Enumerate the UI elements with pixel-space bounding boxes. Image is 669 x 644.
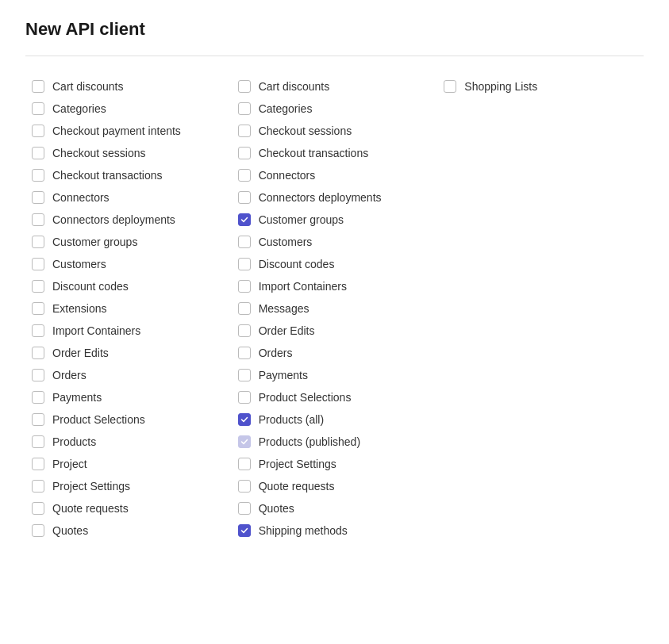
checkbox-label-c1_12: Import Containers: [52, 324, 140, 337]
checkbox-label-c1_19: Project Settings: [52, 480, 130, 493]
checkbox-c1_18[interactable]: [32, 458, 44, 470]
checkbox-c2_4[interactable]: [238, 147, 251, 159]
checkbox-row: Discount codes: [25, 275, 232, 297]
checkbox-c2_19[interactable]: [238, 480, 251, 493]
checkbox-row: Orders: [232, 342, 438, 364]
checkbox-row: Payments: [232, 364, 438, 386]
checkbox-c1_7[interactable]: [32, 213, 44, 226]
checkbox-label-c1_17: Products: [52, 435, 96, 448]
checkbox-label-c1_2: Categories: [52, 102, 106, 115]
checkbox-row: Cart discounts: [25, 75, 232, 98]
checkbox-c2_1[interactable]: [238, 80, 251, 93]
checkbox-c1_1[interactable]: [32, 80, 44, 93]
checkbox-c2_11[interactable]: [238, 302, 251, 315]
checkbox-label-c1_16: Product Selections: [52, 413, 145, 426]
checkbox-c2_8[interactable]: [238, 236, 251, 248]
checkbox-row: Payments: [25, 386, 232, 408]
checkbox-c2_3[interactable]: [238, 125, 251, 137]
checkbox-c1_10[interactable]: [32, 280, 44, 293]
checkbox-c1_13[interactable]: [32, 347, 44, 359]
checkbox-row: Checkout payment intents: [25, 120, 232, 142]
checkbox-row: Discount codes: [232, 253, 438, 275]
checkbox-c2_5[interactable]: [238, 169, 251, 182]
checkbox-c1_6[interactable]: [32, 191, 44, 204]
checkbox-row: Connectors deployments: [232, 186, 438, 209]
checkbox-row: Project Settings: [232, 453, 438, 475]
checkbox-c1_3[interactable]: [32, 125, 44, 137]
checkbox-c2_21[interactable]: [238, 524, 251, 537]
checkbox-c2_12[interactable]: [238, 324, 251, 337]
checkbox-c2_2[interactable]: [238, 102, 251, 115]
checkbox-label-c1_15: Payments: [52, 391, 102, 404]
checkbox-label-c2_18: Project Settings: [259, 458, 336, 470]
checkbox-row: Checkout sessions: [232, 120, 438, 142]
checkbox-label-c1_1: Cart discounts: [52, 80, 123, 93]
checkbox-label-c2_21: Shipping methods: [259, 524, 348, 537]
checkbox-label-c2_3: Checkout sessions: [259, 125, 352, 137]
checkbox-row: Shipping methods: [232, 519, 438, 542]
divider: [25, 56, 644, 56]
checkbox-row: Project: [25, 453, 232, 475]
checkbox-row: Cart discounts: [232, 75, 438, 98]
checkbox-label-c1_6: Connectors: [52, 191, 110, 204]
checkbox-label-c2_9: Discount codes: [259, 258, 335, 270]
checkbox-row: Messages: [232, 297, 438, 320]
checkbox-c1_12[interactable]: [32, 324, 44, 337]
checkbox-c2_6[interactable]: [238, 191, 251, 204]
checkbox-c2_15[interactable]: [238, 391, 251, 404]
checkbox-c2_20[interactable]: [238, 502, 251, 515]
checkbox-row: Order Edits: [25, 342, 232, 364]
checkbox-c2_17[interactable]: [238, 435, 251, 448]
checkbox-c1_2[interactable]: [32, 102, 44, 115]
checkbox-label-c2_1: Cart discounts: [259, 80, 329, 93]
checkbox-label-c2_8: Customers: [259, 236, 313, 248]
checkbox-label-c2_13: Orders: [259, 347, 293, 359]
checkbox-c1_21[interactable]: [32, 524, 44, 537]
checkbox-label-c2_14: Payments: [259, 369, 308, 381]
checkbox-c2_16[interactable]: [238, 413, 251, 426]
checkbox-label-c2_7: Customer groups: [259, 213, 344, 226]
checkbox-label-c1_13: Order Edits: [52, 347, 109, 359]
checkbox-label-c2_15: Product Selections: [259, 391, 352, 404]
checkbox-label-c2_10: Import Containers: [259, 280, 347, 293]
checkbox-c1_17[interactable]: [32, 435, 44, 448]
checkbox-label-c1_9: Customers: [52, 258, 106, 270]
checkbox-row: Categories: [25, 98, 232, 120]
checkbox-c1_14[interactable]: [32, 369, 44, 381]
checkbox-row: Checkout sessions: [25, 142, 232, 164]
column-2: Cart discountsCategoriesCheckout session…: [232, 75, 438, 542]
checkbox-label-c2_20: Quotes: [259, 502, 294, 515]
checkbox-c1_20[interactable]: [32, 502, 44, 515]
checkbox-c2_9[interactable]: [238, 258, 251, 270]
checkbox-c1_8[interactable]: [32, 236, 44, 248]
checkbox-c2_10[interactable]: [238, 280, 251, 293]
checkbox-row: Quote requests: [25, 497, 232, 519]
column-3: Shopping Lists: [437, 75, 644, 542]
checkbox-c1_4[interactable]: [32, 147, 44, 159]
checkbox-c1_16[interactable]: [32, 413, 44, 426]
checkbox-row: Products (published): [232, 431, 438, 453]
checkbox-c1_5[interactable]: [32, 169, 44, 182]
checkbox-label-c1_14: Orders: [52, 369, 87, 381]
checkbox-c2_7[interactable]: [238, 213, 251, 226]
checkbox-c1_15[interactable]: [32, 391, 44, 404]
checkbox-label-c1_7: Connectors deployments: [52, 213, 175, 226]
checkbox-row: Import Containers: [232, 275, 438, 297]
checkbox-label-c2_2: Categories: [259, 102, 313, 115]
checkbox-label-c1_11: Extensions: [52, 302, 106, 315]
checkbox-c2_13[interactable]: [238, 347, 251, 359]
checkbox-row: Customers: [232, 231, 438, 253]
checkbox-label-c2_17: Products (published): [259, 435, 360, 448]
checkbox-row: Quote requests: [232, 475, 438, 497]
checkbox-label-c2_19: Quote requests: [259, 480, 335, 493]
checkbox-c1_19[interactable]: [32, 480, 44, 493]
checkbox-label-c1_18: Project: [52, 458, 87, 470]
checkbox-row: Order Edits: [232, 320, 438, 342]
checkbox-c1_11[interactable]: [32, 302, 44, 315]
checkbox-label-c2_11: Messages: [259, 302, 310, 315]
checkbox-c2_18[interactable]: [238, 458, 251, 470]
checkbox-row: Import Containers: [25, 320, 232, 342]
checkbox-c3_1[interactable]: [444, 80, 456, 93]
checkbox-c1_9[interactable]: [32, 258, 44, 270]
checkbox-c2_14[interactable]: [238, 369, 251, 381]
